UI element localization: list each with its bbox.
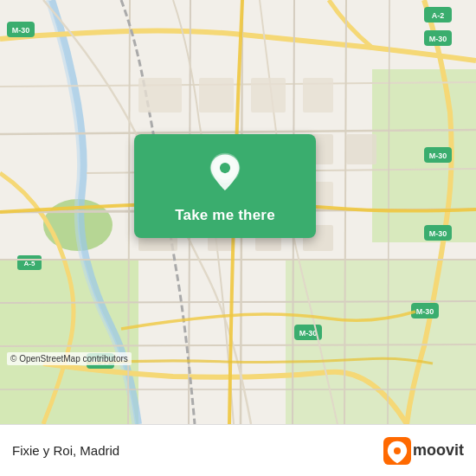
- svg-rect-40: [303, 78, 333, 113]
- svg-point-56: [220, 163, 230, 173]
- svg-point-58: [394, 447, 401, 454]
- bottom-bar: Fixie y Roi, Madrid moovit: [0, 424, 476, 476]
- svg-text:M-30: M-30: [429, 35, 447, 43]
- moovit-logo[interactable]: moovit: [383, 437, 464, 465]
- svg-text:M-30: M-30: [299, 329, 318, 338]
- osm-attribution: © OpenStreetMap contributors: [7, 352, 132, 365]
- location-pin-icon: [203, 151, 248, 196]
- moovit-logo-text: moovit: [413, 441, 464, 460]
- moovit-logo-icon: [383, 437, 411, 465]
- svg-rect-39: [251, 78, 286, 113]
- cta-card: Take me there: [134, 134, 316, 238]
- svg-text:M-30: M-30: [429, 151, 447, 160]
- map-container: M-30 M-30 A-2 M-30 M-30 M-30 M-30 M-30 A…: [0, 0, 476, 424]
- place-info: Fixie y Roi, Madrid: [12, 443, 119, 458]
- svg-text:M-30: M-30: [416, 307, 434, 316]
- svg-rect-38: [199, 78, 234, 113]
- take-me-there-button[interactable]: Take me there: [175, 207, 275, 224]
- svg-rect-45: [346, 134, 376, 164]
- svg-text:M-30: M-30: [12, 26, 30, 35]
- svg-text:A-5: A-5: [24, 260, 35, 267]
- place-name: Fixie y Roi, Madrid: [12, 443, 119, 458]
- svg-text:M-30: M-30: [429, 229, 447, 238]
- svg-rect-3: [286, 260, 476, 424]
- svg-rect-37: [138, 78, 182, 113]
- svg-text:A-2: A-2: [432, 11, 445, 20]
